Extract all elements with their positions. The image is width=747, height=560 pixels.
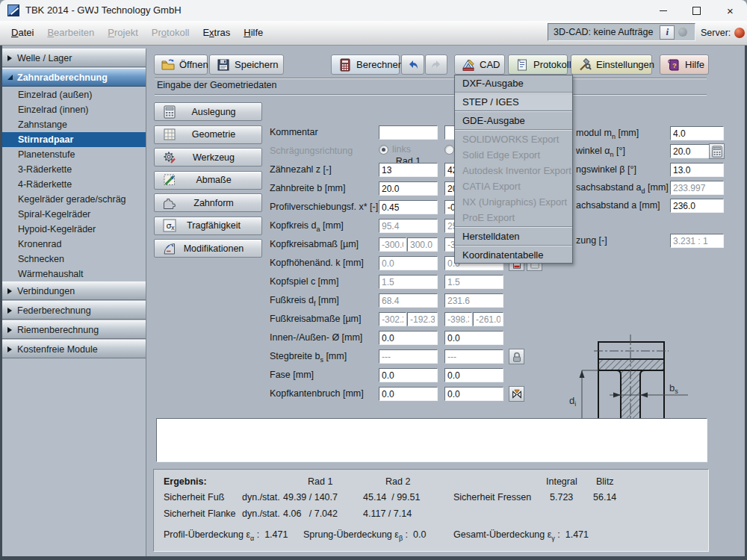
sidebar-item-kegelräder-gerade-schräg[interactable]: Kegelräder gerade/schräg bbox=[2, 192, 146, 207]
server-status-icon bbox=[734, 28, 745, 38]
info-button[interactable]: i bbox=[660, 25, 675, 40]
cad-menu-item-koordinatentabelle[interactable]: Koordinatentabelle bbox=[455, 247, 572, 263]
sidebar-item-planetenstufe[interactable]: Planetenstufe bbox=[2, 147, 146, 162]
sidebar-item-hypoid-kegelräder[interactable]: Hypoid-Kegelräder bbox=[2, 222, 146, 237]
innen-aussen-rad2-field[interactable] bbox=[444, 331, 503, 345]
label-profilverschiebung: Profilverschiebungsf. x* [-] bbox=[270, 202, 378, 212]
schraegungswinkel-field[interactable] bbox=[670, 163, 724, 177]
menubar-item-datei[interactable]: Datei bbox=[4, 25, 40, 40]
save-button[interactable]: Speichern bbox=[209, 55, 284, 75]
sidebar-item-einzelrad-innen-[interactable]: Einzelrad (innen) bbox=[2, 102, 146, 117]
sidebar-item-schnecken[interactable]: Schnecken bbox=[2, 252, 146, 267]
lock-stegbreite-button[interactable] bbox=[509, 349, 524, 364]
help-button[interactable]: ?Hilfe bbox=[660, 55, 709, 75]
nav-button-werkzeug[interactable]: Werkzeug bbox=[154, 148, 262, 167]
chamfer-button[interactable] bbox=[509, 386, 524, 402]
label-betriebsachsabstand: achsabstand a [mm] bbox=[576, 200, 660, 211]
cad-menu-item-herstelldaten[interactable]: Herstelldaten bbox=[455, 228, 572, 244]
nav-button-modifikationen[interactable]: Modifikationen bbox=[154, 239, 262, 258]
fase-rad2-field[interactable] bbox=[444, 368, 503, 382]
sidebar-label: Federberechnung bbox=[17, 305, 91, 316]
sidebar-item-verbindungen[interactable]: Verbindungen bbox=[2, 281, 146, 300]
nav-button-tragfähigkeit[interactable]: σxTragfähigkeit bbox=[154, 217, 262, 235]
sidebar-item-wärmehaushalt[interactable]: Wärmehaushalt bbox=[2, 267, 146, 281]
menu-separator bbox=[455, 111, 572, 112]
fusskreisabmasse-rad2-field-1 bbox=[444, 312, 472, 326]
uebersetzung-field bbox=[670, 234, 724, 248]
button-label: Modifikationen bbox=[181, 243, 247, 254]
kommentar-rad1-field[interactable] bbox=[379, 125, 438, 140]
innen-aussen-rad1-field[interactable] bbox=[379, 331, 438, 345]
sidebar-item-einzelrad-außen-[interactable]: Einzelrad (außen) bbox=[2, 87, 146, 102]
undo-button[interactable] bbox=[401, 55, 424, 75]
stegbreite-rad1-field bbox=[379, 349, 438, 364]
fase-rad1-field[interactable] bbox=[379, 368, 438, 382]
kopfkantenbruch-rad2-field[interactable] bbox=[444, 387, 503, 401]
sidebar-item-zahnstange[interactable]: Zahnstange bbox=[2, 117, 146, 132]
kopfkantenbruch-rad1-field[interactable] bbox=[379, 387, 438, 401]
sidebar-item-3-räderkette[interactable]: 3-Räderkette bbox=[2, 162, 146, 177]
cad-menu-item-gde-ausgabe[interactable]: GDE-Ausgabe bbox=[455, 113, 572, 128]
label-null-achsabstand: sachsabstand ad [mm] bbox=[576, 182, 669, 195]
nav-button-zahnform[interactable]: Zahnform bbox=[154, 193, 262, 212]
profilverschiebung-rad1-field[interactable] bbox=[379, 200, 438, 214]
results-col-blitz: Blitz bbox=[596, 476, 614, 487]
menubar-item-hilfe[interactable]: Hilfe bbox=[237, 25, 270, 40]
sidebar-item-zahnradberechnung[interactable]: Zahnradberechnung bbox=[2, 68, 146, 87]
cad-button[interactable]: CAD bbox=[454, 55, 505, 75]
cad-status-indicator-icon bbox=[678, 28, 687, 37]
results-row-mode: dyn./stat. bbox=[242, 492, 280, 503]
sidebar-item-federberechnung[interactable]: Federberechnung bbox=[2, 301, 146, 320]
sidebar-label: Stirnradpaar bbox=[18, 134, 73, 145]
betriebsachsabstand-field[interactable] bbox=[670, 199, 724, 213]
nav-button-auslegung[interactable]: Auslegung bbox=[154, 102, 262, 121]
sidebar-label: 4-Räderkette bbox=[18, 179, 72, 190]
button-label: Zahnform bbox=[181, 198, 247, 208]
sidebar-item-welle-lager[interactable]: Welle / Lager bbox=[2, 49, 146, 67]
main-content: Welle / LagerZahnradberechnungEinzelrad … bbox=[0, 46, 747, 560]
sidebar-nav: Welle / LagerZahnradberechnungEinzelrad … bbox=[2, 49, 146, 556]
sidebar-label: Zahnradberechnung bbox=[17, 72, 108, 83]
collapsed-arrow-icon bbox=[7, 55, 12, 61]
results-title: Ergebnis: bbox=[164, 476, 207, 487]
protocol-button[interactable]: Protokoll bbox=[508, 55, 568, 75]
sidebar-item-kostenfreie-module[interactable]: Kostenfreie Module bbox=[2, 340, 146, 358]
sidebar-label: Wärmehaushalt bbox=[18, 269, 84, 279]
sidebar-label: Riemenberechnung bbox=[17, 325, 99, 335]
sidebar-item-kronenrad[interactable]: Kronenrad bbox=[2, 237, 146, 252]
sidebar-item-stirnradpaar[interactable]: Stirnradpaar bbox=[2, 132, 146, 147]
cad-menu-item-nx-unigraphics-export: NX (Unigraphics) Export bbox=[455, 194, 572, 210]
sidebar-label: Schnecken bbox=[18, 254, 64, 264]
results-overlap: Sprung-Überdeckung εβ : 0.0 bbox=[303, 529, 426, 542]
message-textarea[interactable] bbox=[156, 418, 707, 462]
schraegungsrichtung-rad1-radio bbox=[379, 145, 388, 155]
cad-menu-item-step-iges[interactable]: STEP / IGES bbox=[455, 94, 572, 110]
label-zaehnezahl: Zähnezahl z [-] bbox=[270, 164, 332, 175]
nav-button-geometrie[interactable]: Geometrie bbox=[154, 125, 262, 144]
close-button[interactable]: × bbox=[713, 0, 747, 21]
sidebar-label: Kegelräder gerade/schräg bbox=[18, 194, 126, 205]
cad-menu-item-autodesk-inventor-export: Autodesk Inventor Export bbox=[455, 163, 572, 178]
zahnbreite-rad1-field[interactable] bbox=[379, 181, 438, 196]
sidebar-item-4-räderkette[interactable]: 4-Räderkette bbox=[2, 177, 146, 192]
open-button[interactable]: Öffnen bbox=[154, 55, 208, 75]
open-folder-icon bbox=[161, 58, 175, 72]
label-fusskreisabmasse: Fußkreisabmaße [µm] bbox=[270, 314, 362, 324]
results-col-integral: Integral bbox=[546, 476, 577, 487]
maximize-button[interactable] bbox=[680, 0, 713, 21]
settings-button[interactable]: Einstellungen bbox=[571, 55, 652, 75]
zaehnezahl-rad1-field[interactable] bbox=[379, 163, 438, 177]
nav-button-abmaße[interactable]: Abmaße bbox=[154, 171, 262, 190]
minimize-button[interactable] bbox=[646, 0, 680, 21]
eingriffswinkel-calc-button[interactable] bbox=[709, 143, 725, 159]
help-book-icon: ? bbox=[667, 58, 681, 72]
sidebar-item-riemenberechnung[interactable]: Riemenberechnung bbox=[2, 320, 146, 339]
normalmodul-field[interactable] bbox=[670, 126, 724, 140]
results-row-blitz: 56.14 bbox=[593, 492, 616, 503]
cad-menu-item-dxf-ausgabe[interactable]: DXF-Ausgabe bbox=[455, 75, 572, 91]
menubar-item-projekt: Projekt bbox=[101, 25, 145, 40]
sidebar-item-spiral-kegelräder[interactable]: Spiral-Kegelräder bbox=[2, 207, 146, 222]
menubar-item-extras[interactable]: Extras bbox=[196, 25, 237, 40]
calculate-button[interactable]: Berechnen bbox=[331, 55, 400, 75]
app-window: TBK 2014 - GWJ Technology GmbH × DateiBe… bbox=[0, 0, 747, 560]
